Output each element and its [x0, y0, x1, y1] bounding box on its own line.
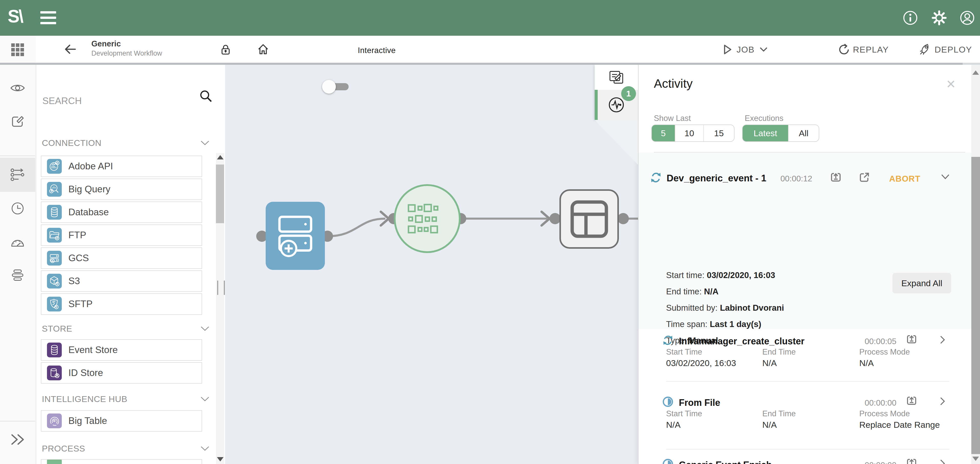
page-subtitle: Development Workflow	[91, 49, 162, 57]
job-button[interactable]: JOB	[721, 43, 768, 56]
run-expanded-block: Dev_generic_event - 1 00:00:12 ABORT	[638, 153, 972, 329]
notes-icon	[608, 70, 624, 85]
file-grid-icon	[406, 202, 449, 235]
component-sidebar: CONNECTION Adobe API	[36, 65, 224, 464]
pane-resize-handle[interactable]	[217, 281, 225, 295]
sidebar-item-partial[interactable]	[41, 459, 202, 464]
process-item-icon	[47, 459, 62, 464]
section-header-connection[interactable]: CONNECTION	[42, 137, 210, 148]
column-label-start: Start Time	[666, 409, 702, 418]
open-box-button[interactable]	[906, 458, 917, 464]
sidebar-item-ftp[interactable]: FTP	[41, 224, 202, 246]
rail-expand-button[interactable]	[0, 426, 35, 454]
search-icon	[199, 89, 213, 103]
panel-scroll-up-arrow[interactable]	[972, 70, 979, 75]
executions-option-all[interactable]: All	[788, 125, 819, 141]
lock-button[interactable]	[220, 43, 232, 56]
replay-icon	[838, 44, 850, 56]
sidebar-item-gcs[interactable]: GCS	[41, 248, 202, 269]
info-button[interactable]	[903, 10, 918, 25]
panel-tab-strip: 1	[595, 65, 638, 120]
big-query-icon	[47, 182, 62, 197]
app-header: S\	[0, 0, 980, 36]
sidebar-item-adobe-api[interactable]: Adobe API	[41, 156, 202, 177]
sidebar-item-sftp[interactable]: SFTP	[41, 293, 202, 315]
rail-workflow-button-active[interactable]	[0, 157, 35, 192]
open-run-button[interactable]	[830, 172, 842, 183]
back-button[interactable]	[64, 43, 76, 55]
replay-button[interactable]: REPLAY	[838, 43, 889, 56]
flow-icon	[10, 167, 25, 183]
settings-button[interactable]	[932, 10, 947, 25]
left-icon-rail	[0, 36, 36, 464]
replay-button-label: REPLAY	[853, 44, 889, 55]
tab-notes[interactable]	[595, 65, 638, 90]
sidebar-item-label: S3	[68, 276, 80, 286]
rail-apps-button[interactable]	[0, 36, 35, 64]
node-from-file[interactable]	[394, 184, 461, 253]
rail-monitor-button[interactable]	[0, 227, 35, 256]
sidebar-item-label: FTP	[68, 230, 86, 240]
eye-icon	[10, 82, 25, 94]
page-title: Generic	[91, 39, 162, 48]
compose-icon	[11, 114, 25, 128]
panel-scrollbar-thumb[interactable]	[971, 157, 980, 454]
rail-history-button[interactable]	[0, 194, 35, 222]
sidebar-item-id-store[interactable]: ID Store	[41, 362, 202, 384]
tab-activity-active[interactable]: 1	[595, 90, 638, 120]
task-name: Inframanager_create_cluster	[679, 336, 804, 346]
deploy-button[interactable]: DEPLOY	[919, 43, 972, 56]
section-header-store[interactable]: STORE	[42, 323, 210, 334]
job-button-label: JOB	[737, 44, 755, 55]
port	[549, 213, 561, 224]
open-box-icon	[906, 458, 917, 464]
run-name: Dev_generic_event - 1	[667, 173, 767, 184]
search-input[interactable]	[42, 92, 196, 110]
expand-all-button[interactable]: Expand All	[892, 273, 951, 293]
rail-queue-button[interactable]	[0, 261, 35, 289]
sidebar-item-database[interactable]: Database	[41, 202, 202, 223]
interactive-toggle[interactable]	[324, 82, 349, 91]
activity-badge: 1	[621, 86, 636, 101]
close-icon[interactable]: ✕	[945, 78, 957, 90]
open-external-button[interactable]	[859, 172, 870, 183]
task-mode-value: N/A	[859, 358, 874, 368]
account-button[interactable]	[959, 10, 975, 25]
port	[617, 213, 629, 224]
rail-edit-button[interactable]	[0, 107, 35, 135]
open-box-button[interactable]	[906, 395, 917, 406]
rail-divider	[0, 421, 35, 421]
sidebar-scroll-down-arrow[interactable]	[217, 457, 224, 461]
open-box-button[interactable]	[906, 334, 917, 345]
section-header-intelligence-hub[interactable]: INTELLIGENCE HUB	[42, 393, 210, 405]
panel-scroll-down-arrow[interactable]	[972, 457, 979, 461]
show-last-option-15[interactable]: 15	[703, 125, 734, 141]
open-box-icon	[906, 395, 917, 406]
home-button[interactable]	[257, 43, 269, 56]
sidebar-item-label: GCS	[68, 253, 89, 264]
hamburger-menu-button[interactable]	[40, 11, 56, 24]
grid-icon	[10, 42, 25, 57]
sidebar-item-event-store[interactable]: Event Store	[41, 339, 202, 361]
sidebar-item-big-table[interactable]: Big Table	[41, 410, 202, 432]
detail-line: Submitted by: Labinot Dvorani	[666, 303, 784, 313]
node-staging-output[interactable]	[559, 189, 619, 249]
search-button[interactable]	[199, 89, 213, 103]
abort-button[interactable]: ABORT	[889, 174, 920, 184]
sidebar-scroll-up-arrow[interactable]	[217, 155, 224, 159]
show-last-option-10[interactable]: 10	[675, 125, 703, 141]
collapse-run-button[interactable]	[940, 173, 951, 181]
task-expand-chevron[interactable]	[939, 458, 946, 464]
sidebar-item-big-query[interactable]: Big Query	[41, 178, 202, 200]
sidebar-item-s3[interactable]: S3	[41, 270, 202, 292]
sidebar-item-label: ID Store	[68, 367, 103, 378]
task-expand-chevron[interactable]	[939, 334, 946, 345]
sidebar-scrollbar-thumb[interactable]	[216, 165, 224, 223]
section-header-process[interactable]: PROCESS	[42, 443, 210, 454]
node-gcs-syn-uat[interactable]	[266, 202, 325, 270]
rail-view-button[interactable]	[0, 74, 35, 102]
show-last-segmented: 5 10 15	[651, 124, 735, 142]
executions-option-latest[interactable]: Latest	[743, 125, 788, 141]
task-expand-chevron[interactable]	[939, 396, 946, 407]
show-last-option-5[interactable]: 5	[652, 125, 675, 141]
